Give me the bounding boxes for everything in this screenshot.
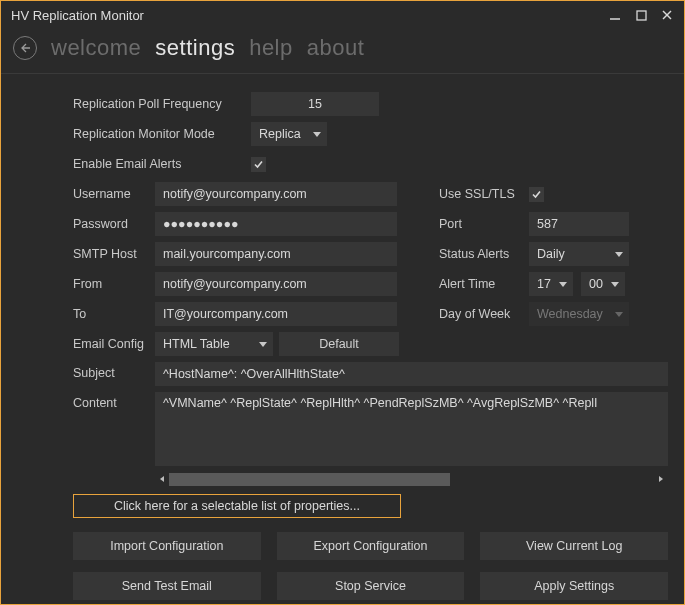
scroll-left-icon[interactable] (155, 472, 169, 486)
settings-panel: Replication Poll Frequency Replication M… (1, 74, 684, 604)
email-config-select[interactable]: HTML Table (155, 332, 273, 356)
apply-settings-button[interactable]: Apply Settings (480, 572, 668, 600)
port-input[interactable] (529, 212, 629, 236)
alert-time-hour-value: 17 (537, 277, 551, 291)
scrollbar-track[interactable] (169, 473, 654, 486)
stop-service-button[interactable]: Stop Service (277, 572, 465, 600)
content-hscrollbar[interactable] (155, 472, 668, 486)
tab-welcome[interactable]: welcome (51, 35, 141, 61)
close-button[interactable] (656, 4, 678, 26)
alert-time-hour-select[interactable]: 17 (529, 272, 573, 296)
properties-link-button[interactable]: Click here for a selectable list of prop… (73, 494, 401, 518)
tab-help[interactable]: help (249, 35, 293, 61)
to-label: To (73, 307, 155, 321)
from-input[interactable] (155, 272, 397, 296)
poll-freq-label: Replication Poll Frequency (73, 97, 251, 111)
monitor-mode-label: Replication Monitor Mode (73, 127, 251, 141)
chevron-down-icon (559, 282, 567, 287)
titlebar: HV Replication Monitor (1, 1, 684, 29)
subject-input[interactable] (155, 362, 668, 386)
import-config-button[interactable]: Import Configuration (73, 532, 261, 560)
use-ssl-label: Use SSL/TLS (439, 187, 529, 201)
scroll-right-icon[interactable] (654, 472, 668, 486)
username-input[interactable] (155, 182, 397, 206)
svg-rect-1 (637, 11, 646, 20)
export-config-button[interactable]: Export Configuration (277, 532, 465, 560)
status-alerts-label: Status Alerts (439, 247, 529, 261)
alert-time-label: Alert Time (439, 277, 529, 291)
minimize-button[interactable] (604, 4, 626, 26)
chevron-down-icon (615, 252, 623, 257)
window-title: HV Replication Monitor (11, 8, 144, 23)
tab-settings[interactable]: settings (155, 35, 235, 61)
port-label: Port (439, 217, 529, 231)
alert-time-min-value: 00 (589, 277, 603, 291)
scrollbar-thumb[interactable] (169, 473, 450, 486)
app-window: HV Replication Monitor welcome settings … (0, 0, 685, 605)
email-config-value: HTML Table (163, 337, 230, 351)
username-label: Username (73, 187, 155, 201)
chevron-down-icon (259, 342, 267, 347)
send-test-email-button[interactable]: Send Test Email (73, 572, 261, 600)
poll-freq-input[interactable] (251, 92, 379, 116)
day-of-week-label: Day of Week (439, 307, 529, 321)
use-ssl-checkbox[interactable] (529, 187, 544, 202)
smtp-host-input[interactable] (155, 242, 397, 266)
status-alerts-value: Daily (537, 247, 565, 261)
from-label: From (73, 277, 155, 291)
password-input[interactable] (155, 212, 397, 236)
monitor-mode-select[interactable]: Replica (251, 122, 327, 146)
alert-time-min-select[interactable]: 00 (581, 272, 625, 296)
chevron-down-icon (611, 282, 619, 287)
chevron-down-icon (313, 132, 321, 137)
maximize-button[interactable] (630, 4, 652, 26)
tab-about[interactable]: about (307, 35, 365, 61)
password-label: Password (73, 217, 155, 231)
to-input[interactable] (155, 302, 397, 326)
smtp-host-label: SMTP Host (73, 247, 155, 261)
enable-alerts-label: Enable Email Alerts (73, 157, 251, 171)
monitor-mode-value: Replica (259, 127, 301, 141)
content-label: Content (73, 392, 155, 410)
chevron-down-icon (615, 312, 623, 317)
day-of-week-value: Wednesday (537, 307, 603, 321)
enable-alerts-checkbox[interactable] (251, 157, 266, 172)
back-button[interactable] (13, 36, 37, 60)
subject-label: Subject (73, 362, 155, 380)
email-config-default-button[interactable]: Default (279, 332, 399, 356)
view-log-button[interactable]: View Current Log (480, 532, 668, 560)
status-alerts-select[interactable]: Daily (529, 242, 629, 266)
day-of-week-select[interactable]: Wednesday (529, 302, 629, 326)
content-textarea[interactable] (155, 392, 668, 466)
navbar: welcome settings help about (1, 29, 684, 74)
email-config-label: Email Config (73, 337, 155, 351)
